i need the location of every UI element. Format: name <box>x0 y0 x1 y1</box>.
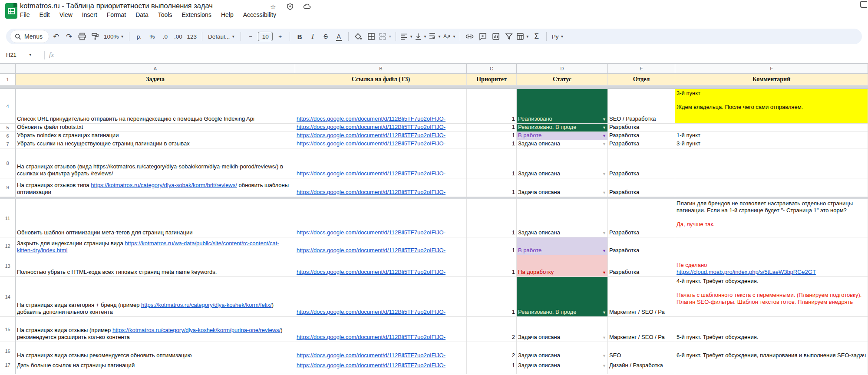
font-select[interactable]: Defaul...▼ <box>206 31 237 42</box>
cell-task[interactable] <box>16 370 295 374</box>
cell-task[interactable]: Обновить шаблон оптимизации мета-тегов д… <box>16 199 295 237</box>
cell-dept[interactable]: Разработка <box>608 255 675 277</box>
status-dropdown[interactable]: Задача описана▼ <box>518 189 606 196</box>
cell-task[interactable]: Убрать noindex в страницах пагинации <box>16 132 295 140</box>
cell-dept[interactable]: Разработка <box>608 237 675 255</box>
cell-comment[interactable]: 4-й пункт. Требует обсуждения. Начать с … <box>675 277 868 317</box>
text-wrap-button[interactable]: ▼ <box>429 31 441 42</box>
dropdown-arrow-icon[interactable]: ▼ <box>602 335 606 341</box>
insert-comment-icon[interactable] <box>477 31 488 42</box>
column-header-c[interactable]: C <box>467 63 517 74</box>
increase-decimals-button[interactable]: .00 <box>172 31 184 42</box>
cell-priority[interactable] <box>467 370 517 374</box>
dropdown-arrow-icon[interactable]: ▼ <box>602 363 606 369</box>
menu-item-file[interactable]: File <box>20 11 30 18</box>
cell-dept[interactable]: Дизайн / Разработка <box>608 360 675 370</box>
cell-task[interactable]: Обновить файл robots.txt <box>16 124 295 132</box>
cell-dept[interactable]: Разработка <box>608 178 675 197</box>
cell-dept[interactable]: SEO <box>608 342 675 360</box>
status-dropdown[interactable]: Задача описана▼ <box>518 229 606 236</box>
row-header[interactable]: 12 <box>0 237 16 255</box>
drive-shortcut-icon[interactable] <box>287 3 294 11</box>
cell-status[interactable]: На доработку▼ <box>517 255 608 277</box>
row-header[interactable]: 14 <box>0 277 16 317</box>
task-link[interactable]: https://kotmatros.ru/category/dlya-sobak… <box>91 182 237 188</box>
doc-link[interactable]: https://docs.google.com/document/d/112Bl… <box>297 352 465 359</box>
cell-comment[interactable] <box>675 178 868 197</box>
cell-priority[interactable]: 1 <box>467 255 517 277</box>
row-header[interactable]: 4 <box>0 89 16 124</box>
dropdown-arrow-icon[interactable]: ▼ <box>602 270 606 276</box>
menu-item-insert[interactable]: Insert <box>82 11 97 18</box>
cell-status[interactable]: В работе▼ <box>517 132 608 140</box>
task-link[interactable]: https://kotmatros.ru/category/dlya-koshe… <box>112 327 281 333</box>
cell-file-link[interactable] <box>295 370 467 374</box>
document-status-cloud-icon[interactable] <box>303 3 311 11</box>
cell-task[interactable]: Полностью убрать с HTML-кода всех типовы… <box>16 255 295 277</box>
cell-status[interactable] <box>517 370 608 374</box>
status-dropdown[interactable]: Задача описана▼ <box>518 362 606 369</box>
header-cell-f[interactable]: Комментарий <box>675 74 868 86</box>
dropdown-arrow-icon[interactable]: ▼ <box>602 353 606 359</box>
zoom-select[interactable]: 100%▼ <box>102 31 125 42</box>
cell-priority[interactable]: 1 <box>467 132 517 140</box>
cell-priority[interactable]: 1 <box>467 148 517 178</box>
cell-task[interactable]: Убрать ссылки на несуществующие страниц … <box>16 140 295 148</box>
italic-button[interactable]: I <box>307 31 318 42</box>
cell-file-link[interactable]: https://docs.google.com/document/d/112Bl… <box>295 140 467 148</box>
cell-file-link[interactable]: https://docs.google.com/document/d/112Bl… <box>295 132 467 140</box>
text-color-button[interactable]: A <box>333 31 344 42</box>
status-dropdown[interactable]: Реализовано. В проде▼ <box>518 309 606 316</box>
cell-comment[interactable] <box>675 360 868 370</box>
cell-dept[interactable]: Разработка <box>608 124 675 132</box>
doc-link[interactable]: https://docs.google.com/document/d/112Bl… <box>297 132 465 139</box>
cell-status[interactable]: Задача описана▼ <box>517 317 608 342</box>
merge-cells-button[interactable]: ▼ <box>379 31 392 42</box>
cell-status[interactable]: Реализовано▼ <box>517 89 608 124</box>
row-header[interactable]: 17 <box>0 360 16 370</box>
row-header[interactable]: 8 <box>0 148 16 178</box>
cell-dept[interactable]: Разработка <box>608 140 675 148</box>
row-header[interactable]: 6 <box>0 132 16 140</box>
cell-comment[interactable]: 5-й пункт. Требует обсуждения. <box>675 317 868 342</box>
cell-task[interactable]: Закрыть для индексации страницы вида htt… <box>16 237 295 255</box>
insert-link-icon[interactable] <box>464 31 475 42</box>
status-dropdown[interactable]: Реализовано. В проде▼ <box>518 124 606 131</box>
cell-comment[interactable] <box>675 370 868 374</box>
cell-dept[interactable]: Маркетинг / SEO / Ра <box>608 317 675 342</box>
status-dropdown[interactable]: В работе▼ <box>518 247 606 254</box>
more-formats-button[interactable]: 123 <box>185 31 198 42</box>
cell-file-link[interactable]: https://docs.google.com/document/d/112Bl… <box>295 342 467 360</box>
cell-status[interactable]: Задача описана▼ <box>517 148 608 178</box>
cell-task[interactable]: На страницах отзывов (вида https://kotma… <box>16 148 295 178</box>
doc-link[interactable]: https://docs.google.com/document/d/112Bl… <box>297 309 465 316</box>
cell-file-link[interactable]: https://docs.google.com/document/d/112Bl… <box>295 178 467 197</box>
cell-dept[interactable]: Разработка <box>608 132 675 140</box>
cell-priority[interactable]: 1 <box>467 178 517 197</box>
column-header-f[interactable]: F <box>675 63 868 74</box>
borders-icon[interactable] <box>366 31 377 42</box>
cell-task[interactable]: На страницах вида категория + бренд (при… <box>16 277 295 317</box>
cell-file-link[interactable]: https://docs.google.com/document/d/112Bl… <box>295 255 467 277</box>
cell-dept[interactable]: Разработка <box>608 148 675 178</box>
header-cell-a[interactable]: Задача <box>16 74 295 86</box>
cell-status[interactable]: Реализовано. В проде▼ <box>517 124 608 132</box>
functions-button[interactable]: Σ <box>531 31 542 42</box>
cell-file-link[interactable]: https://docs.google.com/document/d/112Bl… <box>295 317 467 342</box>
cell-status[interactable]: Задача описана▼ <box>517 178 608 197</box>
cell-comment[interactable] <box>675 148 868 178</box>
cell-task[interactable]: Список URL принудительно отправить на пе… <box>16 89 295 124</box>
doc-link[interactable]: https://docs.google.com/document/d/112Bl… <box>297 362 465 369</box>
cell-priority[interactable]: 2 <box>467 342 517 360</box>
header-cell-d[interactable]: Статус <box>517 74 608 86</box>
namebox-dropdown-icon[interactable]: ▼ <box>29 53 32 57</box>
select-all-corner[interactable] <box>0 63 16 74</box>
cell-priority[interactable]: 1 <box>467 277 517 317</box>
cell-priority[interactable]: 1 <box>467 124 517 132</box>
cell-status[interactable]: Задача описана▼ <box>517 140 608 148</box>
menu-item-edit[interactable]: Edit <box>40 11 50 18</box>
horizontal-align-button[interactable]: ▼ <box>400 31 413 42</box>
header-cell-b[interactable]: Ссылка на файл (ТЗ) <box>295 74 467 86</box>
input-tools-button[interactable]: Ру▼ <box>551 31 565 42</box>
cell-comment[interactable]: 1-й пункт <box>675 132 868 140</box>
